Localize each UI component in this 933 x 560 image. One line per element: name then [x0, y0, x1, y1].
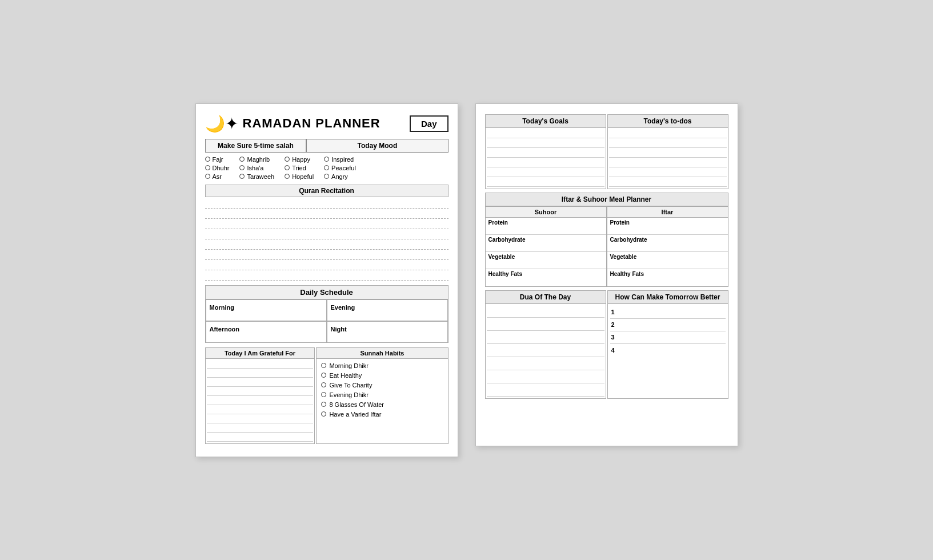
mood-happy[interactable]: Happy [285, 156, 314, 163]
suhoor-veg[interactable]: Vegetable [486, 252, 606, 269]
quran-header: Quran Recitation [205, 185, 449, 197]
meal-cols: Protein Carbohydrate Vegetable Healthy F… [485, 218, 728, 287]
todos-header: Today's to-dos [608, 115, 728, 128]
iftar-carb[interactable]: Carbohydrate [607, 235, 728, 252]
goals-header: Today's Goals [486, 115, 606, 128]
salah-fajr[interactable]: Fajr [205, 156, 230, 163]
evening-cell[interactable]: Evening [327, 299, 448, 321]
dua-header: Dua Of The Day [486, 291, 606, 304]
grateful-lines [206, 359, 315, 443]
iftar-header: Iftar [607, 206, 728, 218]
suhoor-fats[interactable]: Healthy Fats [486, 269, 606, 286]
inspired-circle [324, 157, 329, 162]
sunnah-header: Sunnah Habits [317, 348, 447, 359]
meal-planner-header: Iftar & Suhoor Meal Planner [485, 193, 728, 206]
mood-angry[interactable]: Angry [324, 173, 356, 180]
grateful-sunnah-row: Today I Am Grateful For Sunnah Habits [205, 347, 449, 444]
sunnah-evening-dhikr[interactable]: Evening Dhikr [321, 391, 443, 398]
fajr-circle [205, 157, 210, 162]
maghrib-circle [239, 157, 245, 162]
moon-icon: 🌙✦ [205, 114, 238, 133]
suhoor-header: Suhoor [485, 206, 607, 218]
sunnah-8-glasses[interactable]: 8 Glasses Of Water [321, 401, 443, 408]
mood-inspired[interactable]: Inspired [324, 156, 356, 163]
planner-title: RAMADAN PLANNER [243, 116, 381, 131]
dua-lines [486, 304, 606, 398]
sunnah-give-charity[interactable]: Give To Charity [321, 382, 443, 389]
tomorrow-header: How Can Make Tomorrow Better [608, 291, 728, 304]
mood-col-2: Inspired Peaceful Angry [324, 156, 356, 180]
evening-label: Evening [331, 304, 355, 311]
sunnah-section: Sunnah Habits Morning Dhikr Eat Healthy … [316, 347, 448, 444]
iftar-fats[interactable]: Healthy Fats [607, 269, 728, 286]
suhoor-carb[interactable]: Carbohydrate [486, 235, 606, 252]
daily-schedule-header: Daily Schedule [205, 285, 449, 299]
tomorrow-item-3[interactable]: 3 [610, 331, 726, 344]
peaceful-circle [324, 165, 329, 170]
mood-hopeful[interactable]: Hopeful [285, 173, 314, 180]
isha-circle [239, 165, 245, 170]
logo-area: 🌙✦ RAMADAN PLANNER [205, 114, 381, 133]
mood-label: Today Mood [306, 139, 448, 153]
tomorrow-section: How Can Make Tomorrow Better 1 2 3 4 [607, 290, 728, 399]
todos-section: Today's to-dos [607, 114, 728, 189]
night-cell[interactable]: Night [327, 321, 448, 343]
morning-dhikr-circle [321, 363, 326, 368]
day-box: Day [410, 115, 449, 132]
taraweeh-circle [239, 174, 245, 179]
grateful-header: Today I Am Grateful For [206, 348, 315, 359]
grateful-section: Today I Am Grateful For [205, 347, 315, 444]
schedule-grid: Morning Evening Afternoon Night [205, 299, 449, 343]
hopeful-circle [285, 174, 290, 179]
goals-lines [486, 128, 606, 189]
night-label: Night [331, 326, 347, 333]
salah-col-2: Maghrib Isha'a Taraweeh [239, 156, 274, 180]
suhoor-protein[interactable]: Protein [486, 218, 606, 235]
salah-mood-row: Make Sure 5-time salah Today Mood [205, 139, 449, 153]
sunnah-eat-healthy[interactable]: Eat Healthy [321, 372, 443, 379]
tomorrow-item-1[interactable]: 1 [610, 306, 726, 319]
varied-iftar-circle [321, 411, 326, 417]
salah-maghrib[interactable]: Maghrib [239, 156, 274, 163]
dua-section: Dua Of The Day [485, 290, 606, 399]
pages-container: 🌙✦ RAMADAN PLANNER Day Make Sure 5-time … [195, 103, 738, 457]
salah-col-1: Fajr Dhuhr Asr [205, 156, 230, 180]
happy-circle [285, 157, 290, 162]
give-charity-circle [321, 382, 326, 387]
left-page: 🌙✦ RAMADAN PLANNER Day Make Sure 5-time … [195, 103, 458, 457]
sunnah-morning-dhikr[interactable]: Morning Dhikr [321, 362, 443, 369]
mood-col-1: Happy Tried Hopeful [285, 156, 314, 180]
iftar-col: Protein Carbohydrate Vegetable Healthy F… [607, 218, 728, 287]
tomorrow-item-4[interactable]: 4 [610, 344, 726, 357]
header-row: 🌙✦ RAMADAN PLANNER Day [205, 114, 449, 133]
8-glasses-circle [321, 402, 326, 407]
mood-peaceful[interactable]: Peaceful [324, 165, 356, 171]
salah-dhuhr[interactable]: Dhuhr [205, 165, 230, 171]
morning-cell[interactable]: Morning [206, 299, 327, 321]
tried-circle [285, 165, 290, 170]
bottom-row: Dua Of The Day How Can Make Tomorrow Bet… [485, 290, 728, 399]
eat-healthy-circle [321, 373, 326, 378]
sunnah-items: Morning Dhikr Eat Healthy Give To Charit… [317, 359, 447, 421]
tomorrow-items: 1 2 3 4 [608, 304, 728, 359]
todos-lines [608, 128, 728, 189]
angry-circle [324, 174, 329, 179]
afternoon-cell[interactable]: Afternoon [206, 321, 327, 343]
goals-todos-row: Today's Goals Today's to-dos [485, 114, 728, 189]
evening-dhikr-circle [321, 392, 326, 397]
salah-options: Fajr Dhuhr Asr Maghrib Isha'a [205, 156, 449, 180]
asr-circle [205, 174, 210, 179]
sunnah-varied-iftar[interactable]: Have a Varied Iftar [321, 411, 443, 418]
goals-section: Today's Goals [485, 114, 606, 189]
iftar-protein[interactable]: Protein [607, 218, 728, 235]
salah-label: Make Sure 5-time salah [205, 139, 307, 153]
salah-taraweeh[interactable]: Taraweeh [239, 173, 274, 180]
dhuhr-circle [205, 165, 210, 170]
iftar-veg[interactable]: Vegetable [607, 252, 728, 269]
salah-asr[interactable]: Asr [205, 173, 230, 180]
tomorrow-item-2[interactable]: 2 [610, 319, 726, 331]
morning-label: Morning [210, 304, 234, 311]
quran-lines [205, 199, 449, 281]
salah-isha[interactable]: Isha'a [239, 165, 274, 171]
mood-tried[interactable]: Tried [285, 165, 314, 171]
